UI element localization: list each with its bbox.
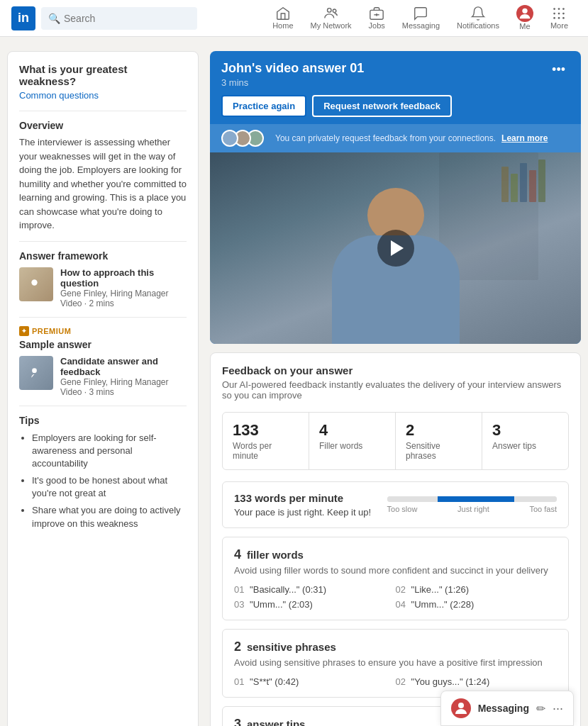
svg-point-16 [32,368,37,373]
premium-label: PREMIUM [32,327,71,335]
svg-point-6 [554,8,556,10]
framework-info: How to approach this question Gene Finle… [60,267,187,308]
filler-instance-4: 04 "Umm..." (2:28) [396,599,558,610]
tips-section: Tips Employers are looking for self-awar… [19,415,187,530]
tips-title: Tips [19,415,187,426]
nav-messaging[interactable]: Messaging [394,0,448,37]
tips-heading: answer tips [247,718,306,726]
sensitive-description: Avoid using sensitive phrases to ensure … [234,657,557,668]
play-button[interactable] [377,230,414,267]
video-card: John's video answer 01 3 mins ••• Practi… [210,51,581,344]
sensitive-instance-1: 01 "S**t" (0:42) [234,676,396,687]
svg-point-11 [563,12,565,14]
question-title: What is your greatest weakness? [19,63,187,87]
stat-num-sensitive: 2 [406,421,472,440]
video-duration: 3 mins [221,77,364,88]
filler-heading: filler words [247,549,304,561]
search-input[interactable] [41,7,197,30]
sensitive-heading: sensitive phrases [247,641,336,653]
wpm-label-slow: Too slow [387,505,418,513]
video-preview[interactable] [210,152,581,344]
stat-sensitive: 2 Sensitive phrases [396,413,482,469]
practice-again-button[interactable]: Practice again [221,95,306,117]
feedback-card: Feedback on your answer Our AI-powered f… [210,352,581,726]
compose-icon[interactable]: ✏ [536,702,545,715]
stats-row: 133 Words per minute 4 Filler words 2 Se… [222,412,569,470]
private-text: You can privately request feedback from … [275,133,496,143]
svg-point-0 [327,8,331,12]
filler-num-1: 01 [234,584,244,595]
nav-network[interactable]: My Network [302,0,360,37]
filler-instance-2: 02 "Like..." (1:26) [396,584,558,595]
svg-point-1 [333,9,336,13]
nav-home[interactable]: Home [264,0,301,37]
messaging-more-icon[interactable]: ··· [553,701,563,716]
svg-point-10 [558,12,560,14]
stat-label-wpm: Words per minute [233,441,299,461]
learn-more-link[interactable]: Learn more [501,133,548,143]
framework-card[interactable]: How to approach this question Gene Finle… [19,267,187,308]
filler-num-4: 04 [396,599,406,610]
nav-notifications[interactable]: Notifications [448,0,508,37]
wpm-label-fast: Too fast [529,505,557,513]
svg-point-8 [563,8,565,10]
stat-filler: 4 Filler words [309,413,396,469]
feedback-request-bar: You can privately request feedback from … [210,124,581,152]
framework-thumbnail [19,267,53,301]
svg-point-14 [563,17,565,19]
navbar: in 🔍 Home My Network Jobs Messaging Noti… [0,0,588,37]
nav-me[interactable]: Me [508,0,542,37]
sensitive-count: 2 [234,640,241,654]
filler-description: Avoid using filler words to sound more c… [234,565,557,576]
sample-thumbnail [19,356,53,390]
video-title: John's video answer 01 [221,61,364,76]
filler-instance-3: 03 "Umm..." (2:03) [234,599,396,610]
svg-point-17 [458,703,464,708]
wpm-label-just-right: Just right [457,505,489,513]
stat-wpm: 133 Words per minute [223,413,309,469]
wpm-heading: 133 words per minute [234,492,376,504]
svg-point-7 [558,8,560,10]
sensitive-card: 2 sensitive phrases Avoid using sensitiv… [222,629,569,698]
tip-2: It's good to be honest about what you're… [32,474,187,500]
linkedin-logo[interactable]: in [11,6,35,30]
premium-badge: ✦ PREMIUM [19,326,187,336]
sample-author: Gene Finley, Hiring Manager [60,377,187,387]
divider-1 [19,111,187,111]
sample-title: Candidate answer and feedback [60,356,187,377]
feedback-title: Feedback on your answer [222,364,569,376]
tip-1: Employers are looking for self-awareness… [32,432,187,471]
answer-framework-section: Answer framework How to approach this qu… [19,250,187,308]
sensitive-instance-2: 02 "You guys..." (1:24) [396,676,558,687]
filler-num-3: 03 [234,599,244,610]
divider-4 [19,406,187,406]
request-feedback-button[interactable]: Request network feedback [312,95,452,117]
sample-card[interactable]: Candidate answer and feedback Gene Finle… [19,356,187,397]
sample-answer-section: Sample answer Candidate answer and feedb… [19,339,187,397]
tips-count: 3 [234,717,241,726]
sample-meta: Video · 3 mins [60,387,187,397]
filler-num-2: 02 [396,584,406,595]
filler-instance-1: 01 "Basically..." (0:31) [234,584,396,595]
divider-2 [19,241,187,242]
common-questions-link[interactable]: Common questions [19,90,187,101]
messaging-bar[interactable]: Messaging ✏ ··· [440,691,574,726]
sample-answer-title: Sample answer [19,339,187,350]
svg-point-13 [558,17,560,19]
answer-framework-title: Answer framework [19,250,187,262]
video-more-button[interactable]: ••• [548,61,570,79]
tip-3: Share what you are doing to actively imp… [32,504,187,530]
stat-label-tips: Answer tips [492,441,558,451]
nav-more[interactable]: More [542,0,577,37]
feedback-subtitle: Our AI-powered feedback instantly evalua… [222,379,569,401]
nav-jobs[interactable]: Jobs [360,0,394,37]
wpm-card: 133 words per minute Your pace is just r… [222,481,569,528]
stat-label-filler: Filler words [319,441,385,451]
svg-point-5 [522,8,527,13]
right-panel: John's video answer 01 3 mins ••• Practi… [210,51,581,726]
video-info: John's video answer 01 3 mins [221,61,364,88]
stat-num-filler: 4 [319,421,385,440]
overview-section: Overview The interviewer is assessing wh… [19,120,187,233]
stat-label-sensitive: Sensitive phrases [406,441,472,461]
framework-author: Gene Finley, Hiring Manager [60,289,187,298]
